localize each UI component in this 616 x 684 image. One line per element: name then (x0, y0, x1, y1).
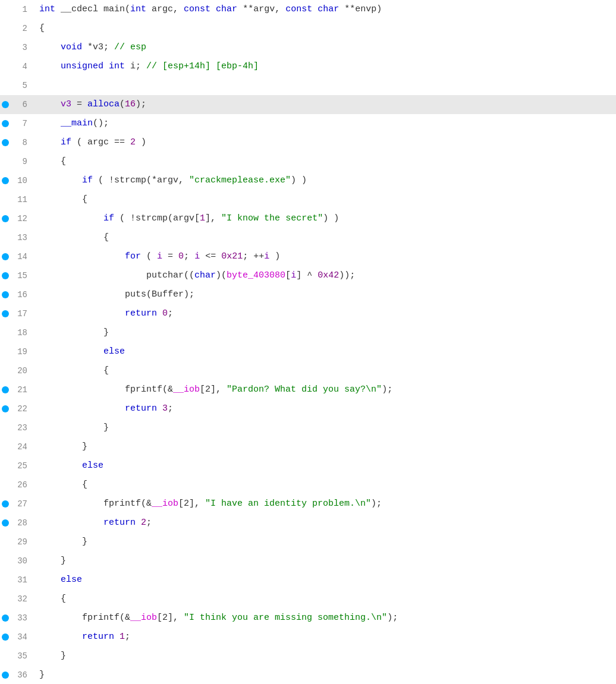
line-number: 8 (11, 133, 34, 152)
breakpoint-indicator[interactable] (0, 101, 11, 108)
line-number: 34 (11, 628, 34, 647)
code-token: { (39, 194, 87, 204)
code-token: } (39, 327, 109, 338)
code-token: i (291, 270, 296, 280)
code-content: } (34, 323, 616, 342)
code-token: [2], (200, 384, 227, 395)
breakpoint-indicator[interactable] (0, 253, 11, 260)
code-content: fprintf(&__iob[2], "I have an identity p… (34, 494, 616, 513)
code-token: { (39, 365, 109, 376)
code-content: } (34, 551, 616, 570)
code-line: 28 return 2; (0, 513, 616, 532)
code-token: return (103, 518, 136, 528)
code-token: unsigned (61, 61, 103, 71)
code-content: v3 = alloca(16); (34, 95, 616, 114)
breakpoint-indicator[interactable] (0, 291, 11, 298)
code-line: 3 void *v3; // esp (0, 38, 616, 57)
code-line: 34 return 1; (0, 628, 616, 647)
code-token: argc, (146, 4, 184, 14)
code-token: else (103, 346, 125, 357)
line-number: 3 (11, 38, 34, 57)
breakpoint-indicator[interactable] (0, 386, 11, 393)
breakpoint-dot (2, 177, 9, 184)
code-content: return 0; (34, 304, 616, 323)
breakpoint-indicator[interactable] (0, 672, 11, 679)
code-token: ], (205, 213, 221, 223)
code-line: 8 if ( argc == 2 ) (0, 133, 616, 152)
code-token: } (39, 537, 87, 547)
code-token: for (125, 251, 141, 261)
breakpoint-indicator[interactable] (0, 405, 11, 412)
code-token (136, 518, 141, 528)
code-token: else (61, 575, 82, 585)
code-content: unsigned int i; // [esp+14h] [ebp-4h] (34, 57, 616, 76)
code-token: { (39, 480, 87, 490)
code-token: 2 (141, 518, 146, 528)
code-token: [2], (157, 613, 184, 623)
line-number: 14 (11, 247, 34, 266)
code-content: __main(); (34, 114, 616, 133)
code-content: if ( !strcmp(*argv, "crackmeplease.exe")… (34, 171, 616, 190)
code-token: char (318, 4, 339, 14)
code-token (39, 118, 61, 128)
breakpoint-indicator[interactable] (0, 120, 11, 127)
breakpoint-dot (2, 139, 9, 146)
code-token (39, 61, 61, 71)
code-token: ); (136, 99, 146, 109)
code-token: 3 (162, 404, 168, 414)
code-line: 18 } (0, 323, 616, 342)
breakpoint-indicator[interactable] (0, 272, 11, 279)
breakpoint-indicator[interactable] (0, 177, 11, 184)
code-token: ); (371, 499, 382, 509)
code-token: ) ) (323, 213, 339, 223)
code-token (157, 404, 162, 414)
code-line: 27 fprintf(&__iob[2], "I have an identit… (0, 494, 616, 513)
code-container: 1int __cdecl main(int argc, const char *… (0, 0, 616, 684)
code-token: ) (269, 251, 280, 261)
code-token: __cdecl main( (55, 4, 130, 14)
code-token: int (39, 4, 55, 14)
code-token: { (39, 156, 66, 166)
breakpoint-indicator[interactable] (0, 614, 11, 622)
line-number: 11 (11, 190, 34, 209)
code-line: 14 for ( i = 0; i <= 0x21; ++i ) (0, 247, 616, 266)
code-token: int (109, 61, 125, 71)
line-number: 36 (11, 666, 34, 684)
code-token: )( (216, 270, 227, 280)
line-number: 27 (11, 494, 34, 513)
code-content: return 2; (34, 513, 616, 532)
breakpoint-indicator[interactable] (0, 500, 11, 508)
code-token: void (61, 42, 82, 52)
breakpoint-indicator[interactable] (0, 215, 11, 222)
code-content: if ( argc == 2 ) (34, 133, 616, 152)
breakpoint-indicator[interactable] (0, 519, 11, 527)
code-content (34, 76, 616, 95)
code-token: = (162, 251, 178, 261)
line-number: 10 (11, 171, 34, 190)
code-token: char (194, 270, 216, 280)
code-token: ; (168, 404, 173, 414)
line-number: 2 (11, 19, 34, 38)
code-token (210, 4, 216, 14)
code-token: ( argc == (71, 137, 130, 147)
code-token (39, 251, 125, 261)
code-token: { (39, 594, 66, 604)
breakpoint-indicator[interactable] (0, 633, 11, 641)
breakpoint-dot (2, 405, 9, 412)
code-content: int __cdecl main(int argc, const char **… (34, 0, 616, 19)
code-token: "Pardon? What did you say?\n" (227, 384, 382, 395)
code-content: else (34, 570, 616, 590)
code-line: 23 } (0, 418, 616, 437)
code-line: 33 fprintf(&__iob[2], "I think you are m… (0, 609, 616, 628)
code-token (114, 632, 120, 642)
line-number: 7 (11, 114, 34, 133)
line-number: 4 (11, 57, 34, 76)
code-token: // esp (114, 42, 146, 52)
line-number: 13 (11, 228, 34, 247)
code-content: return 3; (34, 399, 616, 418)
line-number: 23 (11, 418, 34, 437)
breakpoint-indicator[interactable] (0, 139, 11, 146)
line-number: 35 (11, 647, 34, 666)
line-number: 19 (11, 342, 34, 361)
breakpoint-indicator[interactable] (0, 310, 11, 317)
